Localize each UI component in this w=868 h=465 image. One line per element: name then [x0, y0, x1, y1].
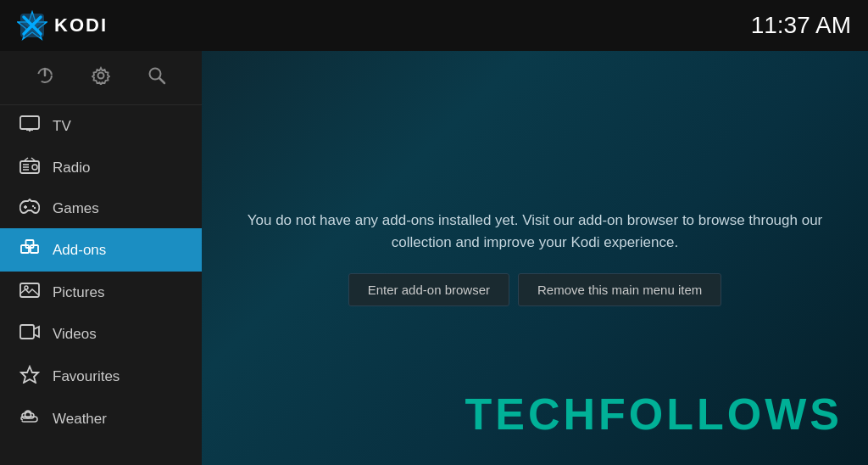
app-name: KODI: [54, 14, 108, 36]
app-logo-area: KODI: [17, 10, 108, 41]
sidebar-item-radio[interactable]: Radio: [0, 147, 202, 188]
settings-button[interactable]: [85, 63, 117, 92]
sidebar-item-pictures[interactable]: Pictures: [0, 272, 202, 313]
sidebar-item-addons[interactable]: Add-ons: [0, 228, 202, 272]
svg-point-20: [32, 205, 34, 207]
remove-menu-item-button[interactable]: Remove this main menu item: [518, 273, 721, 306]
svg-point-7: [98, 73, 104, 79]
tv-icon: [19, 115, 41, 137]
svg-rect-27: [20, 325, 34, 339]
sidebar: TV Radio: [0, 51, 202, 465]
main-layout: TV Radio: [0, 51, 868, 465]
sidebar-label-games: Games: [53, 200, 99, 217]
power-button[interactable]: [29, 63, 61, 92]
sidebar-label-videos: Videos: [53, 326, 97, 343]
svg-rect-23: [31, 245, 38, 253]
sidebar-label-radio: Radio: [53, 160, 90, 176]
svg-rect-22: [21, 245, 29, 253]
watermark-text: TECHFOLLOWS: [465, 389, 843, 440]
radio-icon: [19, 157, 41, 178]
content-center: You do not have any add-ons installed ye…: [247, 210, 823, 306]
sidebar-label-addons: Add-ons: [53, 242, 106, 259]
svg-rect-25: [20, 283, 39, 297]
kodi-logo-icon: [17, 10, 47, 41]
sidebar-item-favourites[interactable]: Favourites: [0, 355, 202, 398]
content-actions: Enter add-on browser Remove this main me…: [348, 273, 722, 306]
enter-addon-browser-button[interactable]: Enter add-on browser: [348, 273, 509, 306]
sidebar-item-tv[interactable]: TV: [0, 105, 202, 147]
svg-rect-24: [26, 240, 34, 248]
main-content: You do not have any add-ons installed ye…: [202, 51, 868, 465]
weather-icon: [19, 408, 41, 429]
sidebar-label-weather: Weather: [53, 411, 107, 428]
sidebar-nav: TV Radio: [0, 105, 202, 465]
videos-icon: [19, 323, 41, 345]
svg-line-9: [159, 78, 164, 83]
no-addons-message: You do not have any add-ons installed ye…: [247, 210, 823, 253]
svg-point-14: [32, 165, 37, 170]
addons-icon: [19, 238, 41, 261]
pictures-icon: [19, 282, 41, 303]
sidebar-item-videos[interactable]: Videos: [0, 313, 202, 355]
sidebar-item-weather[interactable]: Weather: [0, 398, 202, 440]
clock: 11:37 AM: [751, 12, 851, 39]
games-icon: [19, 199, 41, 218]
sidebar-label-pictures: Pictures: [53, 284, 104, 301]
header: KODI 11:37 AM: [0, 0, 868, 51]
sidebar-top-controls: [0, 51, 202, 105]
favourites-icon: [19, 365, 41, 388]
sidebar-label-favourites: Favourites: [53, 368, 120, 385]
search-button[interactable]: [141, 63, 173, 92]
sidebar-item-games[interactable]: Games: [0, 188, 202, 228]
svg-point-21: [34, 207, 36, 209]
sidebar-label-tv: TV: [53, 118, 71, 135]
svg-marker-28: [21, 367, 38, 383]
svg-rect-10: [20, 116, 39, 129]
